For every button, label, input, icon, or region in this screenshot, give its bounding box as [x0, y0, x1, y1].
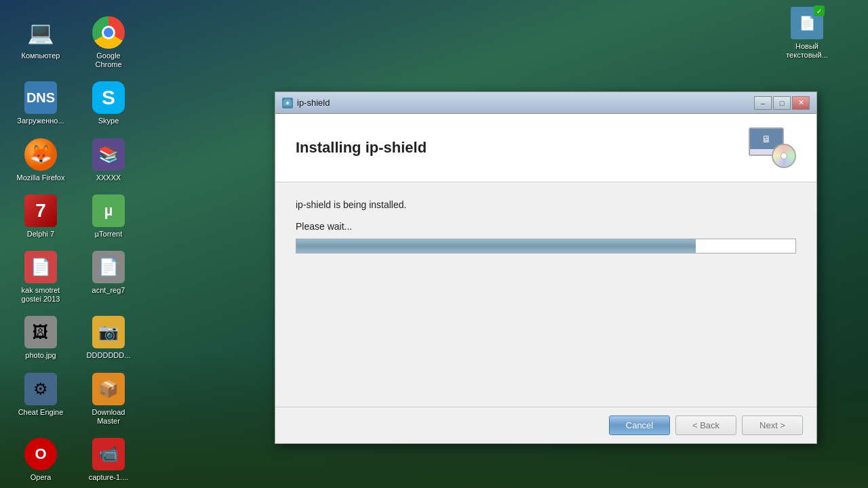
xxxxx-icon: 📚: [92, 138, 125, 171]
acnt-icon-box: 📄: [92, 251, 125, 283]
desktop-icon-kak[interactable]: 📄 kak smotret gostei 2013: [14, 248, 68, 306]
dns-icon-box: DNS: [24, 81, 57, 114]
acnt-label: acnt_reg7: [92, 286, 125, 295]
computer-icon: 💻: [24, 16, 57, 49]
installer-window: ip-shield – □ ✕ Installing ip-shield 🖥: [275, 92, 817, 444]
photo-icon: 🖼: [24, 316, 57, 348]
opera-icon: O: [24, 438, 57, 470]
ddddd-label: DDDDDDD...: [87, 351, 131, 360]
progress-bar-container: [296, 239, 796, 253]
opera-label: Opera: [31, 473, 52, 482]
title-bar: ip-shield – □ ✕: [275, 92, 816, 114]
desktop-icon-ddddd[interactable]: 📷 DDDDDDD...: [81, 313, 136, 363]
desktop-icon-chrome[interactable]: Google Chrome: [81, 14, 136, 72]
xxxxx-label: XXXXX: [96, 174, 121, 182]
title-bar-left: ip-shield: [282, 98, 330, 108]
minimize-button[interactable]: –: [754, 96, 772, 110]
ip-shield-icon-svg: [283, 98, 292, 108]
skype-icon: S: [92, 81, 125, 114]
desktop-icon-delphi[interactable]: 7 Delphi 7: [14, 192, 68, 241]
photo-icon-box: 🖼: [24, 316, 57, 348]
opera-icon-box: O: [24, 438, 57, 470]
desktop-icon-capture[interactable]: 📹 capture-1....: [81, 435, 136, 485]
desktop-icon-skype[interactable]: S Skype: [81, 79, 136, 128]
desktop-icons-area: 💻 Компьютер Google Chrome DNS Загруженно…: [7, 7, 149, 488]
next-button[interactable]: Next >: [742, 415, 803, 435]
delphi-icon: 7: [24, 195, 57, 227]
progress-bar-fill: [296, 239, 696, 253]
chrome-center: [102, 26, 115, 39]
dns-icon: DNS: [24, 81, 57, 114]
dns-label: Загруженно...: [17, 117, 64, 125]
capture-icon: 📹: [92, 438, 125, 470]
back-button[interactable]: < Back: [675, 415, 736, 435]
delphi-label: Delphi 7: [27, 230, 54, 239]
new-text-label: Новый текстовый...: [780, 42, 834, 60]
installer-header-text: Installing ip-shield: [296, 139, 427, 157]
desktop-icon-download[interactable]: 📦 Download Master: [81, 370, 136, 428]
ddddd-icon: 📷: [92, 316, 125, 348]
cheat-icon-box: ⚙: [24, 373, 57, 405]
download-label: Download Master: [84, 408, 133, 426]
capture-label: capture-1....: [89, 473, 129, 482]
kak-icon-box: 📄: [24, 251, 57, 283]
installer-title: Installing ip-shield: [296, 139, 427, 157]
svg-rect-1: [285, 99, 290, 100]
desktop-icon-new-text[interactable]: 📄 ✓ Новый текстовый...: [780, 7, 834, 60]
desktop-icon-firefox[interactable]: 🦊 Mozilla Firefox: [14, 136, 68, 185]
firefox-icon: 🦊: [24, 138, 57, 171]
restore-button[interactable]: □: [773, 96, 791, 110]
desktop-icon-xxxxx[interactable]: 📚 XXXXX: [81, 136, 136, 185]
capture-icon-box: 📹: [92, 438, 125, 470]
utorrent-icon-box: µ: [92, 195, 125, 227]
utorrent-label: µTorrent: [95, 230, 123, 239]
delphi-icon-box: 7: [24, 195, 57, 227]
firefox-label: Mozilla Firefox: [17, 174, 65, 182]
installer-header: Installing ip-shield 🖥: [275, 114, 816, 182]
skype-icon-wrapper: S: [92, 81, 125, 114]
chrome-icon: [92, 16, 125, 49]
skype-label: Skype: [98, 117, 119, 125]
chrome-icon-wrapper: [92, 16, 125, 49]
close-button[interactable]: ✕: [792, 96, 810, 110]
xxxxx-icon-box: 📚: [92, 138, 125, 171]
desktop-icon-dns[interactable]: DNS Загруженно...: [14, 79, 68, 128]
window-icon: [282, 98, 293, 108]
desktop-icon-utorrent[interactable]: µ µTorrent: [81, 192, 136, 241]
desktop-icon-opera[interactable]: O Opera: [14, 435, 68, 485]
installer-header-icon: 🖥: [749, 127, 796, 168]
desktop-icon-computer[interactable]: 💻 Компьютер: [14, 14, 68, 72]
cancel-button[interactable]: Cancel: [609, 415, 670, 435]
chrome-label: Google Chrome: [84, 52, 133, 69]
acnt-icon: 📄: [92, 251, 125, 283]
svg-point-2: [286, 102, 289, 104]
installer-footer: Cancel < Back Next >: [275, 407, 816, 443]
download-icon-box: 📦: [92, 373, 125, 405]
kak-icon: 📄: [24, 251, 57, 283]
firefox-icon-wrapper: 🦊: [24, 138, 57, 171]
desktop-icon-photo[interactable]: 🖼 photo.jpg: [14, 313, 68, 363]
cheat-label: Cheat Engine: [18, 408, 64, 417]
photo-label: photo.jpg: [25, 351, 56, 360]
desktop-icon-acnt[interactable]: 📄 acnt_reg7: [81, 248, 136, 306]
cheat-icon: ⚙: [24, 373, 57, 405]
please-wait-text: Please wait...: [296, 221, 796, 232]
computer-label: Компьютер: [22, 52, 60, 60]
download-icon: 📦: [92, 373, 125, 405]
kak-label: kak smotret gostei 2013: [16, 286, 65, 304]
status-text: ip-shield is being installed.: [296, 199, 796, 210]
ddddd-icon-box: 📷: [92, 316, 125, 348]
progress-section: Please wait...: [296, 221, 796, 253]
title-bar-buttons: – □ ✕: [754, 96, 810, 110]
desktop: 💻 Компьютер Google Chrome DNS Загруженно…: [0, 0, 868, 488]
desktop-icon-cheat[interactable]: ⚙ Cheat Engine: [14, 370, 68, 428]
new-text-icon: 📄 ✓: [791, 7, 823, 39]
window-title: ip-shield: [297, 98, 330, 108]
installer-body: ip-shield is being installed. Please wai…: [275, 182, 816, 407]
utorrent-icon: µ: [92, 195, 125, 227]
